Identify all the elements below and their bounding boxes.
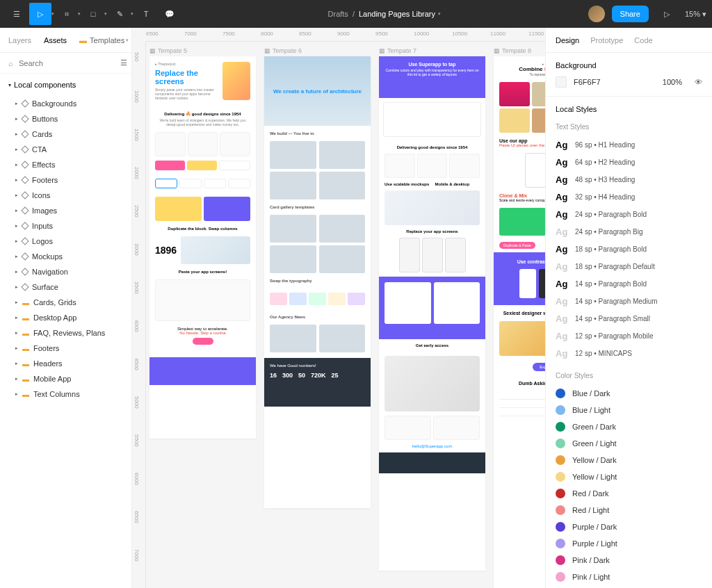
- color-style-row[interactable]: Pink / Dark: [556, 552, 702, 569]
- search-input[interactable]: [19, 59, 115, 67]
- component-surface[interactable]: ▸Surface: [0, 279, 131, 295]
- color-style-row[interactable]: Yellow / Dark: [556, 452, 702, 468]
- background-header: Background: [556, 61, 702, 70]
- frame-label[interactable]: ▦ Tempate 7: [379, 45, 485, 56]
- topbar: ☰ ▷▾ ⌗▾ □▾ ✎▾ T 💬 Drafts / Landing Pages…: [0, 0, 712, 28]
- bg-opacity[interactable]: 100%: [663, 78, 682, 86]
- tab-design[interactable]: Design: [556, 36, 579, 44]
- breadcrumb-current[interactable]: Landing Pages Library: [359, 10, 435, 18]
- folder-desktop-app[interactable]: ▸▬Desktop App: [0, 310, 131, 325]
- tab-assets[interactable]: Assets: [44, 36, 67, 44]
- component-cta[interactable]: ▸CTA: [0, 142, 131, 157]
- folder-footers[interactable]: ▸▬Footers: [0, 341, 131, 356]
- folder-headers[interactable]: ▸▬Headers: [0, 356, 131, 371]
- zoom-level[interactable]: 15% ▾: [685, 10, 706, 19]
- component-icons[interactable]: ▸Icons: [0, 188, 131, 203]
- component-cards[interactable]: ▸Cards: [0, 126, 131, 142]
- share-button[interactable]: Share: [612, 6, 649, 22]
- color-style-row[interactable]: Purple / Dark: [556, 518, 702, 535]
- list-view-icon[interactable]: ☰: [120, 58, 127, 67]
- color-style-row[interactable]: Purple / Light: [556, 535, 702, 552]
- text-styles-header: Text Styles: [556, 123, 702, 131]
- component-logos[interactable]: ▸Logos: [0, 234, 131, 249]
- folder-mobile-app[interactable]: ▸▬Mobile App: [0, 371, 131, 386]
- bg-hex[interactable]: F6F6F7: [574, 78, 601, 86]
- text-style-row[interactable]: Ag24 sp • Paragraph Bold: [556, 206, 702, 223]
- folder-cards-grids[interactable]: ▸▬Cards, Grids: [0, 295, 131, 310]
- breadcrumb[interactable]: Drafts / Landing Pages Library ▾: [181, 10, 588, 18]
- topbar-tools: ☰ ▷▾ ⌗▾ □▾ ✎▾ T 💬: [6, 3, 181, 25]
- frame-template-8[interactable]: ▸ Grid Combine fine images To represent …: [494, 56, 545, 588]
- search-bar: ⌕ ☰ 📖: [0, 53, 131, 74]
- component-images[interactable]: ▸Images: [0, 203, 131, 218]
- frame-template-6[interactable]: We create a future of architecture We bu…: [264, 56, 371, 508]
- component-inputs[interactable]: ▸Inputs: [0, 218, 131, 234]
- color-style-row[interactable]: Green / Light: [556, 435, 702, 452]
- chevron-down-icon[interactable]: ▾: [51, 11, 54, 17]
- ruler-vertical: 5001000150020002500300035004000450050005…: [132, 42, 146, 588]
- color-style-row[interactable]: Red / Dark: [556, 485, 702, 502]
- folder-text-columns[interactable]: ▸▬Text Columns: [0, 386, 131, 402]
- chevron-down-icon[interactable]: ▾: [78, 11, 81, 17]
- play-icon[interactable]: ▷: [656, 3, 678, 25]
- color-style-row[interactable]: Pink / Light: [556, 569, 702, 585]
- frame-label[interactable]: ▦ Tempate 6: [264, 45, 371, 56]
- frame-label[interactable]: ▦ Tempate 5: [149, 45, 256, 56]
- text-style-row[interactable]: Ag32 sp • H4 Heading: [556, 188, 702, 206]
- text-style-row[interactable]: Ag64 sp • H2 Heading: [556, 154, 702, 171]
- folder-icon: ▬: [79, 36, 87, 44]
- menu-icon[interactable]: ☰: [6, 3, 28, 25]
- frame-label[interactable]: ▦ Tempate 8: [494, 45, 545, 56]
- color-style-row[interactable]: Green / Dark: [556, 418, 702, 435]
- text-style-row[interactable]: Ag14 sp • Paragraph Bold: [556, 275, 702, 293]
- right-panel: Design Prototype Code Background F6F6F7 …: [545, 28, 712, 588]
- text-style-row[interactable]: Ag18 sp • Paragraph Default: [556, 258, 702, 275]
- color-style-row[interactable]: Red / Light: [556, 502, 702, 518]
- component-mockups[interactable]: ▸Mockups: [0, 249, 131, 264]
- text-style-row[interactable]: Ag12 sp • MINICAPS: [556, 345, 702, 362]
- move-tool-icon[interactable]: ▷: [29, 3, 51, 25]
- left-panel: Layers Assets ▬Templates ▾ ⌕ ☰ 📖 ▾Local …: [0, 28, 132, 588]
- topbar-right: Share ▷ 15% ▾: [588, 3, 706, 25]
- tab-layers[interactable]: Layers: [8, 36, 31, 44]
- frame-template-7[interactable]: Use Superapp to tapCombine colors and pl…: [379, 56, 485, 571]
- breadcrumb-root[interactable]: Drafts: [328, 10, 348, 18]
- color-style-row[interactable]: Yellow / Light: [556, 468, 702, 485]
- color-style-row[interactable]: Blue / Light: [556, 402, 702, 418]
- chevron-down-icon[interactable]: ▾: [131, 11, 134, 17]
- frame-template-5[interactable]: ▸ Theproduct Replace the screens Simply …: [149, 56, 256, 439]
- component-footers[interactable]: ▸Footers: [0, 172, 131, 188]
- color-style-row[interactable]: Blue / Dark: [556, 385, 702, 402]
- text-style-row[interactable]: Ag12 sp • Paragraph Mobile: [556, 327, 702, 345]
- frame-tool-icon[interactable]: ⌗: [56, 3, 78, 25]
- ruler-horizontal: 6500700075008000850090009500100001050011…: [146, 28, 545, 42]
- search-icon: ⌕: [8, 59, 13, 67]
- pen-tool-icon[interactable]: ✎: [108, 3, 131, 25]
- bg-swatch[interactable]: [556, 76, 567, 88]
- text-tool-icon[interactable]: T: [135, 3, 157, 25]
- text-style-row[interactable]: Ag14 sp • Paragraph Small: [556, 310, 702, 327]
- shape-tool-icon[interactable]: □: [82, 3, 104, 25]
- folder-faq-reviews-plans[interactable]: ▸▬FAQ, Reviews, Plans: [0, 325, 131, 341]
- templates-dropdown[interactable]: ▬Templates ▾: [79, 36, 129, 44]
- chevron-down-icon[interactable]: ▾: [104, 11, 107, 17]
- text-style-row[interactable]: Ag96 sp • H1 Heading: [556, 136, 702, 154]
- local-components-header[interactable]: ▾Local components: [0, 74, 131, 96]
- text-style-row[interactable]: Ag18 sp • Paragraph Bold: [556, 240, 702, 258]
- component-backgrounds[interactable]: ▸Backgrounds: [0, 96, 131, 111]
- local-styles-header: Local Styles: [556, 105, 702, 113]
- chevron-down-icon[interactable]: ▾: [438, 11, 441, 17]
- tab-code[interactable]: Code: [634, 36, 652, 44]
- comment-tool-icon[interactable]: 💬: [159, 3, 181, 25]
- canvas[interactable]: 6500700075008000850090009500100001050011…: [132, 28, 545, 588]
- tab-prototype[interactable]: Prototype: [590, 36, 623, 44]
- component-navigation[interactable]: ▸Navigation: [0, 264, 131, 279]
- component-effects[interactable]: ▸Effects: [0, 157, 131, 172]
- text-style-row[interactable]: Ag14 sp • Paragraph Medium: [556, 293, 702, 310]
- text-style-row[interactable]: Ag48 sp • H3 Heading: [556, 171, 702, 188]
- text-style-row[interactable]: Ag24 sp • Paragraph Big: [556, 223, 702, 240]
- component-buttons[interactable]: ▸Buttons: [0, 111, 131, 126]
- color-style-row[interactable]: White: [556, 585, 702, 588]
- avatar[interactable]: [588, 6, 605, 22]
- eye-icon[interactable]: 👁: [695, 78, 702, 86]
